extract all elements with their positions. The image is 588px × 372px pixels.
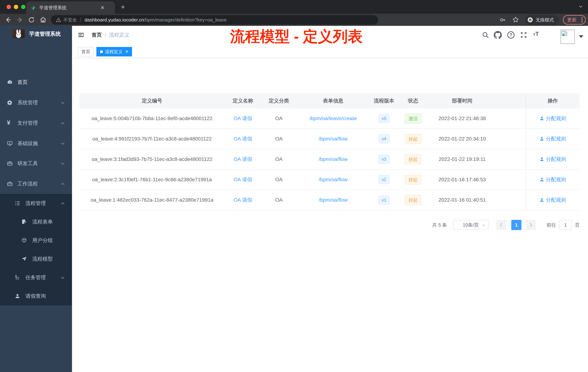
home-icon[interactable] xyxy=(39,16,47,24)
new-tab-button[interactable]: + xyxy=(118,3,127,12)
next-page-button[interactable] xyxy=(526,220,536,230)
url-bar[interactable]: 不安全 dashboard.yudao.iocoder.cn/bpm/manag… xyxy=(51,15,378,25)
font-size-icon[interactable]: TT xyxy=(533,31,539,37)
chevron-down-icon xyxy=(61,276,65,279)
sidebar-item-dev-tools[interactable]: 研发工具 xyxy=(0,153,72,174)
window-close-button[interactable] xyxy=(7,5,11,9)
cell-deploy-time: 2022-01-16 01:40:51 xyxy=(428,190,497,210)
col-status: 状态 xyxy=(399,93,428,109)
status-badge[interactable]: 挂起 xyxy=(405,134,422,144)
tags-view-bar: 首页 流程定义 ✕ xyxy=(72,44,588,58)
forward-icon[interactable] xyxy=(16,16,24,24)
browser-tab[interactable]: 芋道管理系统 ✕ xyxy=(26,1,115,14)
form-link[interactable]: /bpm/oa/flow xyxy=(319,197,348,203)
search-icon[interactable] xyxy=(482,31,489,39)
assign-rule-button[interactable]: 分配规则 xyxy=(539,115,566,122)
reload-icon[interactable] xyxy=(28,16,35,24)
definition-name-link[interactable]: OA 请假 xyxy=(234,115,252,122)
status-badge[interactable]: 挂起 xyxy=(405,154,422,164)
definition-name-link[interactable]: OA 请假 xyxy=(234,156,252,163)
chevron-down-icon xyxy=(482,224,485,226)
sidebar-item-user-group[interactable]: 用户分组 xyxy=(0,231,72,250)
sidebar-item-label: 系统管理 xyxy=(17,92,38,113)
browser-menu-dots-icon[interactable] xyxy=(581,17,583,23)
sidebar-item-home[interactable]: 首页 xyxy=(0,72,72,92)
sidebar-item-label: 流程管理 xyxy=(25,194,46,213)
workflow-submenu: 流程管理 流程表单 xyxy=(0,194,72,305)
col-deploy-time: 部署时间 xyxy=(428,93,497,109)
definition-name-link[interactable]: OA 请假 xyxy=(234,135,252,142)
security-label[interactable]: 不安全 xyxy=(63,17,77,23)
sidebar-item-task-management[interactable]: 任务管理 xyxy=(0,268,72,287)
incognito-badge[interactable]: 无痕模式 xyxy=(525,15,559,25)
logo-avatar xyxy=(12,29,25,38)
sidebar-item-process-management[interactable]: 流程管理 xyxy=(0,194,72,213)
col-form-info: 表单信息 xyxy=(297,93,369,109)
cell-definition-id: oa_leave:4:991f2193-7b7f-11ec-a3c8-acde4… xyxy=(79,129,225,149)
sidebar-item-system[interactable]: 系统管理 xyxy=(0,92,72,113)
table-row: oa_leave:5:004b710b-7b8a-11ec-8ef0-acde4… xyxy=(79,109,580,129)
user-avatar[interactable] xyxy=(560,30,575,44)
help-icon[interactable]: ? xyxy=(507,31,514,39)
back-icon[interactable] xyxy=(4,16,12,24)
sidebar-fold-icon[interactable] xyxy=(78,32,84,38)
password-key-icon[interactable] xyxy=(500,17,506,23)
tag-label: 首页 xyxy=(82,49,90,55)
goto-page-input[interactable] xyxy=(559,220,572,230)
prev-page-button[interactable] xyxy=(496,220,506,230)
sidebar-logo[interactable]: 芋道管理系统 xyxy=(0,26,72,44)
form-link[interactable]: /bpm/oa/leave/create xyxy=(309,116,357,121)
tab-close-icon[interactable]: ✕ xyxy=(100,5,105,11)
window-minimize-button[interactable] xyxy=(14,5,18,9)
sidebar-item-label: 研发工具 xyxy=(17,153,38,174)
tag-home[interactable]: 首页 xyxy=(78,47,94,56)
page-size-select[interactable]: 10条/页 xyxy=(453,220,488,230)
tag-close-icon[interactable]: ✕ xyxy=(125,49,128,54)
avatar-dropdown-caret-icon[interactable] xyxy=(579,35,583,38)
window-zoom-button[interactable] xyxy=(21,5,25,9)
status-badge[interactable]: 激活 xyxy=(405,113,422,124)
assign-rule-button[interactable]: 分配规则 xyxy=(539,176,566,183)
tag-label: 流程定义 xyxy=(105,49,123,55)
cell-category: OA xyxy=(261,190,297,210)
tab-search-chevron-icon[interactable] xyxy=(578,5,583,8)
tag-process-definition[interactable]: 流程定义 ✕ xyxy=(96,47,132,56)
page-content: 定义编号 定义名称 定义分类 表单信息 流程版本 状态 部署时间 操作 oa_l… xyxy=(72,58,588,372)
chevron-down-icon xyxy=(61,122,65,124)
current-page-button[interactable]: 1 xyxy=(511,220,521,230)
chevron-right-icon xyxy=(529,223,532,227)
col-definition-id: 定义编号 xyxy=(79,93,225,109)
table-row: oa_leave:4:991f2193-7b7f-11ec-a3c8-acde4… xyxy=(79,129,580,149)
form-link[interactable]: /bpm/oa/flow xyxy=(319,177,348,183)
bookmark-star-icon[interactable] xyxy=(512,16,519,23)
form-link[interactable]: /bpm/oa/flow xyxy=(319,136,348,142)
user-icon xyxy=(539,116,544,121)
status-badge[interactable]: 挂起 xyxy=(405,195,422,205)
fullscreen-icon[interactable] xyxy=(520,31,527,39)
assign-rule-button[interactable]: 分配规则 xyxy=(539,135,566,142)
definition-name-link[interactable]: OA 请假 xyxy=(234,197,252,203)
update-button[interactable]: 更新 xyxy=(563,15,586,25)
cell-category: OA xyxy=(261,149,297,169)
definition-name-link[interactable]: OA 请假 xyxy=(234,176,252,183)
sidebar-item-process-model[interactable]: 流程模型 xyxy=(0,250,72,268)
sidebar-item-workflow[interactable]: 工作流程 xyxy=(0,174,72,194)
assign-rule-button[interactable]: 分配规则 xyxy=(539,156,566,163)
sidebar-item-payment[interactable]: ¥ 支付管理 xyxy=(0,113,72,133)
chevron-up-icon xyxy=(61,202,65,205)
update-label: 更新 xyxy=(567,17,577,23)
document-edit-icon xyxy=(21,219,27,224)
sidebar-item-process-form[interactable]: 流程表单 xyxy=(0,213,72,231)
sidebar-item-leave-query[interactable]: 请假查询 xyxy=(0,287,72,305)
yen-icon: ¥ xyxy=(7,119,10,126)
status-badge[interactable]: 挂起 xyxy=(405,175,422,185)
assign-rule-button[interactable]: 分配规则 xyxy=(539,197,566,203)
breadcrumb-home[interactable]: 首页 xyxy=(92,26,102,44)
screen: 芋道管理系统 ✕ + 不安全 xyxy=(0,0,588,372)
github-icon[interactable] xyxy=(494,31,502,39)
sidebar-item-label: 首页 xyxy=(17,72,28,92)
form-link[interactable]: /bpm/oa/flow xyxy=(319,156,348,162)
table-row: oa_leave:2:3c1f0ef1-76b1-11ec-9c66-a2380… xyxy=(79,170,580,190)
sidebar-item-infrastructure[interactable]: 基础设施 xyxy=(0,133,72,153)
cell-definition-id: oa_leave:5:004b710b-7b8a-11ec-8ef0-acde4… xyxy=(79,109,225,129)
